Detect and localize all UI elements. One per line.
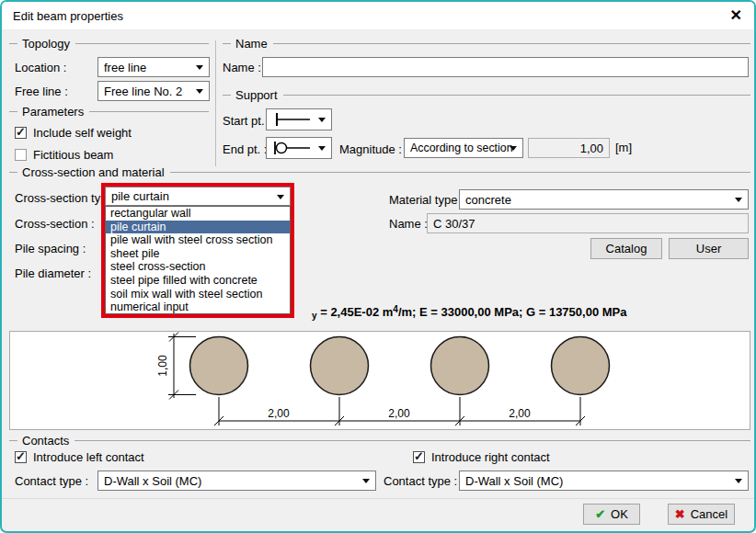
fixed-support-icon (270, 112, 315, 127)
ok-check-icon: ✔ (595, 507, 605, 521)
right-contact-type-label: Contact type : (384, 474, 457, 488)
left-contact-type-label: Contact type : (15, 474, 88, 488)
material-type-select[interactable]: concrete (459, 189, 749, 210)
spacing-dim-label: 2,00 (388, 407, 410, 420)
end-point-label: End pt. : (223, 142, 267, 156)
dropdown-option[interactable]: soil mix wall with steel section (106, 288, 290, 301)
pile-spacing-label: Pile spacing : (15, 242, 86, 255)
free-line-label: Free line : (15, 85, 68, 98)
parameters-header: Parameters (9, 106, 209, 118)
close-icon[interactable]: ✕ (730, 6, 742, 25)
pile-circle (552, 337, 610, 395)
start-point-label: Start pt. : (223, 114, 271, 128)
magnitude-label: Magnitude : (339, 142, 402, 156)
dropdown-option-selected[interactable]: pile curtain (106, 221, 290, 234)
dropdown-option[interactable]: numerical input (106, 301, 290, 314)
end-point-select[interactable] (266, 137, 332, 159)
footer-divider (2, 498, 754, 499)
dialog-title: Edit beam properties (13, 9, 123, 23)
pile-circle (190, 337, 248, 395)
magnitude-select[interactable]: According to section (404, 138, 523, 158)
location-label: Location : (15, 61, 66, 74)
introduce-right-contact-checkbox[interactable]: ✓ (413, 451, 425, 463)
section-properties-text: y = 2,45E-02 m4/m; E = 33000,00 MPa; G =… (312, 304, 626, 321)
chevron-down-icon (196, 89, 203, 94)
dropdown-option[interactable]: steel pipe filled with concrete (106, 274, 290, 288)
chevron-down-icon (196, 65, 203, 70)
chevron-down-icon (735, 479, 742, 483)
magnitude-value-field: 1,00 (528, 138, 610, 158)
title-bar: Edit beam properties ✕ (2, 2, 754, 30)
name-header: Name (223, 38, 750, 50)
catalog-button[interactable]: Catalog (590, 238, 662, 259)
fictitious-beam-checkbox[interactable] (15, 149, 27, 161)
cross-section-drawing: 1,00 2,00 2,00 2,00 (9, 331, 750, 430)
introduce-left-contact-label: Introduce left contact (33, 450, 144, 464)
chevron-down-icon (510, 146, 517, 151)
material-name-field: C 30/37 (427, 213, 749, 233)
spacing-dim-label: 2,00 (268, 407, 290, 420)
cancel-button[interactable]: ✖ Cancel (668, 504, 735, 525)
ok-button[interactable]: ✔ OK (583, 504, 640, 525)
pile-diameter-label: Pile diameter : (15, 266, 91, 280)
material-type-label: Material type : (389, 193, 464, 207)
contacts-header: Contacts (9, 435, 750, 447)
name-input[interactable] (262, 57, 749, 77)
dropdown-option[interactable]: sheet pile (106, 247, 290, 261)
name-label: Name : (223, 61, 261, 74)
edit-beam-properties-dialog: Edit beam properties ✕ Topology Location… (0, 0, 756, 533)
pile-circle (431, 337, 489, 395)
cross-section-type-dropdown-list: rectangular wall pile curtain pile wall … (105, 206, 291, 314)
chevron-down-icon (318, 118, 326, 122)
cross-section-type-select[interactable]: pile curtain (105, 187, 291, 206)
support-header: Support (223, 89, 750, 101)
right-contact-type-select[interactable]: D-Wall x Soil (MC) (459, 471, 749, 491)
check-icon: ✓ (16, 125, 26, 139)
attention-highlight-box: pile curtain rectangular wall pile curta… (101, 183, 294, 318)
check-icon: ✓ (414, 449, 424, 463)
location-select[interactable]: free line (97, 57, 210, 77)
dropdown-option[interactable]: rectangular wall (106, 207, 290, 221)
magnitude-unit-label: [m] (615, 141, 632, 154)
dropdown-option[interactable]: steel cross-section (106, 260, 290, 274)
topology-header: Topology (9, 38, 209, 50)
material-name-label: Name : (389, 217, 428, 231)
chevron-down-icon (362, 479, 370, 483)
check-icon: ✓ (16, 449, 26, 463)
pile-circle (311, 337, 369, 395)
spacing-dim-label: 2,00 (509, 407, 531, 420)
cross-section-label: Cross-section : (15, 217, 95, 231)
cancel-x-icon: ✖ (675, 507, 685, 521)
start-point-select[interactable] (266, 108, 332, 130)
include-self-weight-checkbox[interactable]: ✓ (15, 127, 27, 139)
include-self-weight-label: Include self weight (33, 126, 132, 140)
free-line-select[interactable]: Free line No. 2 (97, 81, 210, 101)
chevron-down-icon (318, 146, 326, 151)
introduce-right-contact-label: Introduce right contact (431, 450, 550, 464)
user-button[interactable]: User (669, 238, 749, 259)
dropdown-option[interactable]: pile wall with steel cross section (106, 233, 290, 247)
chevron-down-icon (277, 195, 284, 199)
left-contact-type-select[interactable]: D-Wall x Soil (MC) (97, 471, 376, 491)
hinge-support-icon (270, 141, 315, 155)
diameter-dim-label: 1,00 (156, 355, 169, 377)
chevron-down-icon (735, 198, 742, 202)
column-divider (215, 40, 216, 166)
introduce-left-contact-checkbox[interactable]: ✓ (15, 451, 27, 463)
fictitious-beam-label: Fictitious beam (33, 148, 113, 162)
pile-curtain-diagram: 1,00 2,00 2,00 2,00 (10, 332, 750, 429)
cross-section-material-header: Cross-section and material (9, 166, 750, 178)
